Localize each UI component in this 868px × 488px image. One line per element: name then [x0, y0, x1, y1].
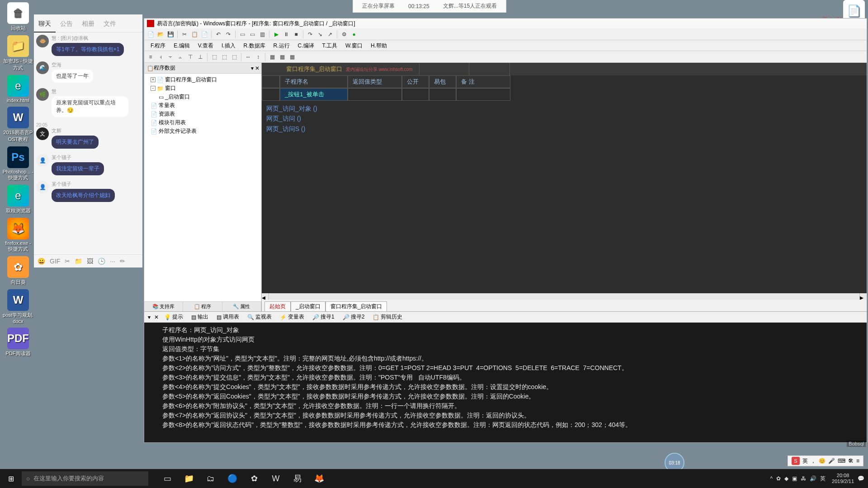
- tree-node[interactable]: -📁窗口: [146, 84, 259, 93]
- menu-view[interactable]: V.查看: [194, 41, 217, 50]
- subroutine-table[interactable]: 子程序名 返回值类型 公开 易包 备 注 _按钮1_被单击: [262, 75, 867, 101]
- compile-icon[interactable]: ⚙: [340, 30, 349, 39]
- align-icon[interactable]: ⫠: [176, 52, 185, 61]
- taskbar-search[interactable]: ○ 在这里输入你要搜索的内容: [22, 471, 148, 486]
- size-icon[interactable]: ⬚: [210, 52, 219, 61]
- explorer-icon[interactable]: 📁: [179, 469, 199, 488]
- avatar[interactable]: 👤: [36, 154, 49, 167]
- align-icon[interactable]: ≡: [146, 52, 155, 61]
- menu-tools[interactable]: T.工具: [319, 41, 341, 50]
- help-tab-clip[interactable]: 📋剪辑历史: [369, 312, 406, 322]
- help-tab-calls[interactable]: ▤调用表: [213, 312, 243, 322]
- menu-insert[interactable]: I.插入: [218, 41, 239, 50]
- chat-tab-photo[interactable]: 相册: [77, 14, 99, 33]
- ime-kb[interactable]: ⌨: [838, 458, 845, 464]
- tree-node[interactable]: 📄常量表: [146, 101, 259, 110]
- tab-startwindow[interactable]: _启动窗口: [291, 301, 326, 311]
- desktop-icon-folder[interactable]: 📁加密JS - 快捷方式: [2, 35, 34, 71]
- scroll-left-icon[interactable]: ◂: [262, 293, 269, 300]
- form2-icon[interactable]: ▭: [248, 30, 257, 39]
- word-icon[interactable]: W: [266, 469, 286, 488]
- tray-app-icon[interactable]: ◆: [784, 475, 788, 482]
- paste-icon[interactable]: 📄: [200, 30, 209, 39]
- run-icon[interactable]: ▶: [272, 30, 281, 39]
- size-icon[interactable]: ⬚: [220, 52, 229, 61]
- help-tab-search2[interactable]: 🔎搜寻2: [339, 312, 368, 322]
- module-icon[interactable]: ▥: [258, 30, 267, 39]
- notification-icon[interactable]: 💬: [858, 475, 864, 482]
- menu-window[interactable]: W.窗口: [342, 41, 366, 50]
- new-icon[interactable]: 📄: [146, 30, 155, 39]
- sidebar-tab-support[interactable]: 📚支持库: [144, 302, 183, 311]
- expand-icon[interactable]: +: [151, 77, 156, 82]
- stepout-icon[interactable]: ↗: [326, 30, 335, 39]
- chat-tab-file[interactable]: 文件: [99, 14, 121, 33]
- chat-tab-notice[interactable]: 公告: [56, 14, 77, 33]
- menu-help[interactable]: H.帮助: [367, 41, 391, 50]
- grid-icon[interactable]: ▦: [278, 52, 287, 61]
- desktop-icon-sunflower[interactable]: ✿向日葵: [2, 256, 34, 286]
- tray-app-icon[interactable]: ▣: [792, 475, 797, 482]
- form-icon[interactable]: ▭: [238, 30, 247, 39]
- sunflower-icon[interactable]: ✿: [244, 469, 264, 488]
- space-icon[interactable]: ↕: [254, 52, 263, 61]
- tree-node[interactable]: +📄窗口程序集_启动窗口: [146, 75, 259, 84]
- menu-program[interactable]: F.程序: [147, 41, 169, 50]
- tab-programset[interactable]: 窗口程序集_启动窗口: [326, 301, 387, 311]
- help-tab-hint[interactable]: 💡提示: [160, 312, 187, 322]
- help-tab-output[interactable]: ▤输出: [188, 312, 212, 322]
- stepin-icon[interactable]: ↘: [316, 30, 325, 39]
- edit-icon[interactable]: ✏: [120, 258, 125, 265]
- tray-network-icon[interactable]: 🖧: [801, 475, 806, 482]
- desktop-icon-word2[interactable]: Wpost学习规划.docx: [2, 289, 34, 324]
- program-tree[interactable]: +📄窗口程序集_启动窗口 -📁窗口 ▭_启动窗口 📄常量表 📄资源表 📄模块引用…: [144, 74, 261, 301]
- ime-mic[interactable]: 🎤: [828, 458, 835, 464]
- cut-icon[interactable]: ✂: [180, 30, 189, 39]
- ime-menu[interactable]: ≡: [856, 458, 859, 464]
- help-content[interactable]: 子程序名：网页_访问_对象 使用WinHttp的对象方式访问网页 返回值类型：字…: [144, 323, 867, 442]
- tray-ime-icon[interactable]: 英: [820, 475, 826, 483]
- save-icon[interactable]: 💾: [166, 30, 175, 39]
- stop-icon[interactable]: ■: [292, 30, 301, 39]
- tree-node[interactable]: 📄模块引用表: [146, 118, 259, 127]
- avatar[interactable]: 👤: [36, 181, 49, 193]
- panel-close-icon[interactable]: ✕: [153, 314, 160, 320]
- menu-run[interactable]: R.运行: [270, 41, 293, 50]
- grid-icon[interactable]: ▦: [268, 52, 277, 61]
- code-line[interactable]: 网页_访问S (): [266, 124, 862, 134]
- collapse-icon[interactable]: -: [151, 86, 156, 91]
- code-line[interactable]: 网页_访问 (): [266, 113, 862, 123]
- desktop-icon-html[interactable]: eindex.html: [2, 75, 34, 103]
- code-area[interactable]: 网页_访问_对象 () 网页_访问 () 网页_访问S (): [262, 101, 867, 136]
- tree-node[interactable]: 📄资源表: [146, 110, 259, 118]
- scissor-icon[interactable]: ✂: [65, 258, 70, 265]
- tray-up-icon[interactable]: ^: [770, 475, 773, 482]
- chat-tab-chat[interactable]: 聊天: [34, 14, 56, 33]
- gif-icon[interactable]: GIF: [50, 258, 60, 265]
- cell-subname[interactable]: _按钮1_被单击: [280, 88, 348, 101]
- tree-node[interactable]: ▭_启动窗口: [146, 93, 259, 101]
- close-icon[interactable]: ▾ ✕: [251, 65, 259, 71]
- stepover-icon[interactable]: ↷: [306, 30, 315, 39]
- avatar[interactable]: 文: [36, 127, 49, 140]
- emoji-icon[interactable]: 😀: [38, 258, 45, 265]
- panel-collapse-icon[interactable]: ▾: [146, 314, 152, 320]
- folder-icon[interactable]: 📁: [75, 258, 82, 265]
- ime-emoji[interactable]: 😊: [819, 458, 826, 464]
- taskview-icon[interactable]: ▭: [157, 469, 177, 488]
- tree-node[interactable]: 📄外部文件记录表: [146, 127, 259, 136]
- desktop-icon-word1[interactable]: W2019易语言POST教程: [2, 107, 34, 143]
- sogou-logo-icon[interactable]: S: [792, 457, 800, 465]
- scroll-right-icon[interactable]: ▸: [859, 293, 867, 300]
- tray-volume-icon[interactable]: 🔊: [810, 475, 816, 482]
- menu-edit[interactable]: E.编辑: [170, 41, 193, 50]
- ime-bar[interactable]: S 英 ， 😊 🎤 ⌨ 🛠 ≡: [788, 455, 863, 466]
- elang-icon[interactable]: 易: [288, 469, 307, 488]
- align-icon[interactable]: ⊤: [186, 52, 195, 61]
- menu-database[interactable]: R.数据库: [240, 41, 269, 50]
- help-tab-search1[interactable]: 🔎搜寻1: [309, 312, 338, 322]
- code-line[interactable]: 网页_访问_对象 (): [266, 103, 862, 113]
- align-icon[interactable]: ⫞: [156, 52, 165, 61]
- help-tab-watch[interactable]: 🔍监视表: [244, 312, 275, 322]
- menu-compile[interactable]: C.编译: [294, 41, 318, 50]
